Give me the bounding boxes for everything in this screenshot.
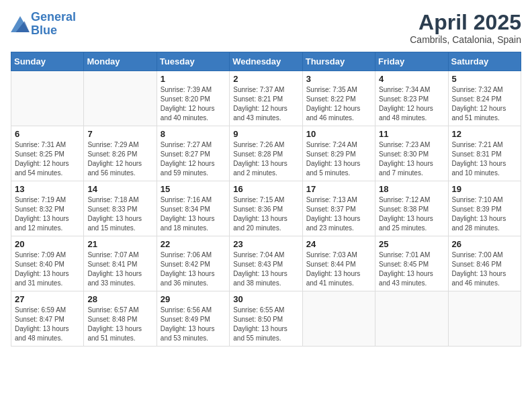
day-number: 13 <box>15 184 80 194</box>
calendar-cell: 24Sunrise: 7:03 AMSunset: 8:44 PMDayligh… <box>302 236 375 291</box>
day-number: 21 <box>87 239 152 249</box>
day-number: 29 <box>161 294 226 304</box>
day-info: Sunrise: 7:26 AMSunset: 8:28 PMDaylight:… <box>233 140 298 178</box>
calendar-cell: 12Sunrise: 7:21 AMSunset: 8:31 PMDayligh… <box>448 126 521 181</box>
day-number: 24 <box>306 239 371 249</box>
calendar-cell: 19Sunrise: 7:10 AMSunset: 8:39 PMDayligh… <box>448 181 521 236</box>
day-info: Sunrise: 6:55 AMSunset: 8:50 PMDaylight:… <box>233 306 298 343</box>
day-number: 10 <box>306 129 371 139</box>
weekday-header: Friday <box>375 52 448 71</box>
calendar-cell: 9Sunrise: 7:26 AMSunset: 8:28 PMDaylight… <box>230 126 302 181</box>
day-info: Sunrise: 7:12 AMSunset: 8:38 PMDaylight:… <box>379 195 444 233</box>
calendar-cell <box>84 71 157 126</box>
day-number: 17 <box>306 184 371 194</box>
day-number: 30 <box>233 294 298 304</box>
calendar-week-row: 6Sunrise: 7:31 AMSunset: 8:25 PMDaylight… <box>11 126 521 181</box>
calendar-cell: 15Sunrise: 7:16 AMSunset: 8:34 PMDayligh… <box>157 181 229 236</box>
month-title: April 2025 <box>410 11 521 34</box>
day-number: 1 <box>161 74 226 84</box>
calendar-cell: 11Sunrise: 7:23 AMSunset: 8:30 PMDayligh… <box>375 126 448 181</box>
day-info: Sunrise: 6:57 AMSunset: 8:48 PMDaylight:… <box>87 306 152 343</box>
day-info: Sunrise: 6:59 AMSunset: 8:47 PMDaylight:… <box>15 306 80 343</box>
day-number: 6 <box>15 129 80 139</box>
day-info: Sunrise: 7:01 AMSunset: 8:45 PMDaylight:… <box>379 250 444 288</box>
calendar-cell: 27Sunrise: 6:59 AMSunset: 8:47 PMDayligh… <box>11 291 84 347</box>
day-number: 27 <box>15 294 80 304</box>
day-info: Sunrise: 7:24 AMSunset: 8:29 PMDaylight:… <box>306 140 371 178</box>
calendar-cell: 22Sunrise: 7:06 AMSunset: 8:42 PMDayligh… <box>157 236 229 291</box>
weekday-header: Sunday <box>11 52 84 71</box>
day-info: Sunrise: 7:18 AMSunset: 8:33 PMDaylight:… <box>87 195 152 233</box>
day-info: Sunrise: 7:09 AMSunset: 8:40 PMDaylight:… <box>15 250 80 288</box>
location-title: Cambrils, Catalonia, Spain <box>410 34 521 45</box>
day-info: Sunrise: 7:10 AMSunset: 8:39 PMDaylight:… <box>452 195 517 233</box>
calendar-cell: 4Sunrise: 7:34 AMSunset: 8:23 PMDaylight… <box>375 71 448 126</box>
calendar-cell: 10Sunrise: 7:24 AMSunset: 8:29 PMDayligh… <box>302 126 375 181</box>
calendar-cell: 21Sunrise: 7:07 AMSunset: 8:41 PMDayligh… <box>84 236 157 291</box>
weekday-header: Saturday <box>448 52 521 71</box>
day-info: Sunrise: 7:23 AMSunset: 8:30 PMDaylight:… <box>379 140 444 178</box>
calendar-cell <box>11 71 84 126</box>
page-header: General Blue April 2025 Cambrils, Catalo… <box>11 11 521 45</box>
day-number: 5 <box>452 74 517 84</box>
day-number: 23 <box>233 239 298 249</box>
day-info: Sunrise: 7:39 AMSunset: 8:20 PMDaylight:… <box>161 85 226 123</box>
day-info: Sunrise: 7:37 AMSunset: 8:21 PMDaylight:… <box>233 85 298 123</box>
calendar-cell: 20Sunrise: 7:09 AMSunset: 8:40 PMDayligh… <box>11 236 84 291</box>
day-info: Sunrise: 7:07 AMSunset: 8:41 PMDaylight:… <box>87 250 152 288</box>
calendar-week-row: 1Sunrise: 7:39 AMSunset: 8:20 PMDaylight… <box>11 71 521 126</box>
calendar-cell: 6Sunrise: 7:31 AMSunset: 8:25 PMDaylight… <box>11 126 84 181</box>
calendar-cell: 2Sunrise: 7:37 AMSunset: 8:21 PMDaylight… <box>230 71 302 126</box>
day-number: 14 <box>87 184 152 194</box>
title-area: April 2025 Cambrils, Catalonia, Spain <box>410 11 521 45</box>
calendar-cell: 29Sunrise: 6:56 AMSunset: 8:49 PMDayligh… <box>157 291 229 347</box>
day-number: 11 <box>379 129 444 139</box>
day-number: 3 <box>306 74 371 84</box>
day-number: 7 <box>87 129 152 139</box>
weekday-header: Wednesday <box>230 52 302 71</box>
calendar-cell: 30Sunrise: 6:55 AMSunset: 8:50 PMDayligh… <box>230 291 302 347</box>
calendar-header-row: SundayMondayTuesdayWednesdayThursdayFrid… <box>11 52 521 71</box>
logo-line2: Blue <box>31 24 57 37</box>
day-info: Sunrise: 7:13 AMSunset: 8:37 PMDaylight:… <box>306 195 371 233</box>
calendar-cell: 16Sunrise: 7:15 AMSunset: 8:36 PMDayligh… <box>230 181 302 236</box>
day-number: 22 <box>161 239 226 249</box>
calendar-cell <box>448 291 521 347</box>
calendar-cell: 5Sunrise: 7:32 AMSunset: 8:24 PMDaylight… <box>448 71 521 126</box>
calendar-cell: 26Sunrise: 7:00 AMSunset: 8:46 PMDayligh… <box>448 236 521 291</box>
calendar-cell <box>302 291 375 347</box>
logo-text: General Blue <box>31 11 76 38</box>
day-info: Sunrise: 7:16 AMSunset: 8:34 PMDaylight:… <box>161 195 226 233</box>
day-number: 28 <box>87 294 152 304</box>
day-number: 8 <box>161 129 226 139</box>
day-number: 26 <box>452 239 517 249</box>
day-number: 25 <box>379 239 444 249</box>
logo-line1: General <box>31 10 76 24</box>
calendar-cell: 23Sunrise: 7:04 AMSunset: 8:43 PMDayligh… <box>230 236 302 291</box>
day-info: Sunrise: 7:29 AMSunset: 8:26 PMDaylight:… <box>87 140 152 178</box>
weekday-header: Tuesday <box>157 52 229 71</box>
day-number: 16 <box>233 184 298 194</box>
day-info: Sunrise: 7:19 AMSunset: 8:32 PMDaylight:… <box>15 195 80 233</box>
calendar-cell: 18Sunrise: 7:12 AMSunset: 8:38 PMDayligh… <box>375 181 448 236</box>
calendar-week-row: 27Sunrise: 6:59 AMSunset: 8:47 PMDayligh… <box>11 291 521 347</box>
calendar-cell <box>375 291 448 347</box>
day-info: Sunrise: 7:35 AMSunset: 8:22 PMDaylight:… <box>306 85 371 123</box>
day-info: Sunrise: 7:27 AMSunset: 8:27 PMDaylight:… <box>161 140 226 178</box>
day-info: Sunrise: 7:32 AMSunset: 8:24 PMDaylight:… <box>452 85 517 123</box>
day-info: Sunrise: 7:06 AMSunset: 8:42 PMDaylight:… <box>161 250 226 288</box>
calendar-cell: 3Sunrise: 7:35 AMSunset: 8:22 PMDaylight… <box>302 71 375 126</box>
logo-icon <box>11 16 30 32</box>
calendar-table: SundayMondayTuesdayWednesdayThursdayFrid… <box>11 52 521 347</box>
day-number: 12 <box>452 129 517 139</box>
day-info: Sunrise: 7:15 AMSunset: 8:36 PMDaylight:… <box>233 195 298 233</box>
day-number: 9 <box>233 129 298 139</box>
calendar-cell: 25Sunrise: 7:01 AMSunset: 8:45 PMDayligh… <box>375 236 448 291</box>
day-number: 19 <box>452 184 517 194</box>
calendar-cell: 8Sunrise: 7:27 AMSunset: 8:27 PMDaylight… <box>157 126 229 181</box>
day-info: Sunrise: 6:56 AMSunset: 8:49 PMDaylight:… <box>161 306 226 343</box>
day-number: 15 <box>161 184 226 194</box>
calendar-week-row: 13Sunrise: 7:19 AMSunset: 8:32 PMDayligh… <box>11 181 521 236</box>
calendar-cell: 1Sunrise: 7:39 AMSunset: 8:20 PMDaylight… <box>157 71 229 126</box>
calendar-cell: 13Sunrise: 7:19 AMSunset: 8:32 PMDayligh… <box>11 181 84 236</box>
